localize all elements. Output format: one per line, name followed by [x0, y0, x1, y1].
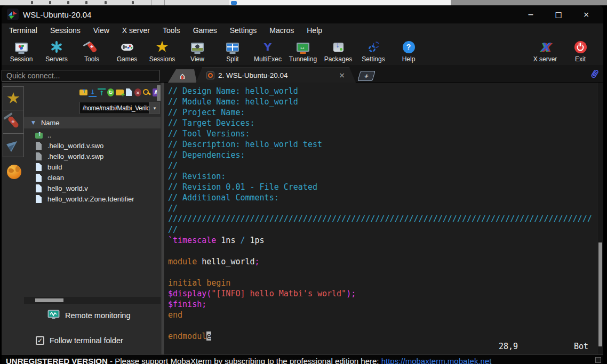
terminal-scrollbar[interactable]: [597, 83, 603, 354]
toolbar-label: X server: [533, 55, 557, 63]
download-icon[interactable]: [89, 88, 97, 97]
follow-terminal-folder[interactable]: ✓ Follow terminal folder: [36, 336, 123, 345]
file-row[interactable]: clean: [24, 172, 161, 183]
code-segment: // Dependencies:: [168, 150, 245, 160]
close-button[interactable]: ×: [572, 5, 600, 23]
tab-home[interactable]: ⌂: [168, 69, 197, 83]
scrollbar-thumb[interactable]: [598, 242, 602, 346]
remote-monitoring-button[interactable]: Remote monitoring: [47, 310, 131, 321]
code-segment: // Revision 0.01 - File Created: [168, 182, 317, 192]
window-title: WSL-Ubuntu-20.04: [23, 10, 91, 19]
menu-view[interactable]: View: [87, 26, 116, 35]
path-combo[interactable]: /home/matbi/Matbi_VerilogHDL_ ▾: [79, 102, 160, 114]
toolbar-help-button[interactable]: Help: [391, 37, 426, 65]
toolbar-tools-button[interactable]: Tools: [74, 37, 109, 65]
menu-x-server[interactable]: X server: [116, 26, 156, 35]
sidebar-tab-sessions[interactable]: [3, 86, 24, 110]
minimize-button[interactable]: −: [517, 5, 545, 23]
toolbar-games-button[interactable]: Games: [109, 37, 145, 65]
menu-sessions[interactable]: Sessions: [44, 26, 87, 35]
code-segment: initial begin: [168, 278, 230, 288]
paperclip-icon[interactable]: [589, 68, 599, 82]
quick-connect-input[interactable]: [2, 70, 159, 82]
file-icon: [35, 163, 43, 171]
sidebar-vertical-scrollbar[interactable]: [157, 85, 161, 101]
tab-session[interactable]: 2. WSL-Ubuntu-20.04 ×: [196, 68, 356, 83]
maximize-button[interactable]: □: [545, 5, 572, 23]
key-icon[interactable]: [143, 88, 151, 97]
new-folder-icon[interactable]: [116, 88, 124, 97]
terminal[interactable]: // Design Name: hello_world// Module Nam…: [165, 83, 603, 354]
packages-icon: [333, 43, 344, 52]
titlebar[interactable]: WSL-Ubuntu-20.04 − □ ×: [2, 5, 603, 23]
code-segment: /: [240, 236, 245, 245]
code-line: // Tool Versions:: [168, 128, 596, 139]
toolbar-servers-button[interactable]: Servers: [39, 37, 74, 65]
toolbar-left: SessionServersToolsGamesSessionsViewSpli…: [2, 37, 426, 65]
code-segment: `timescale: [168, 236, 216, 245]
delete-icon[interactable]: [134, 88, 142, 97]
follow-checkbox[interactable]: ✓: [36, 336, 44, 345]
file-row[interactable]: build: [24, 161, 161, 172]
mobaxterm-window: WSL-Ubuntu-20.04 − □ × TerminalSessionsV…: [2, 5, 603, 364]
column-name: Name: [41, 119, 60, 127]
new-tab-button[interactable]: +: [357, 71, 375, 81]
toolbar-tunneling-button[interactable]: Tunneling: [285, 37, 321, 65]
toolbar-multiexec-button[interactable]: MultiExec: [250, 37, 285, 65]
main-area: /home/matbi/Matbi_VerilogHDL_ ▾ ▼ Name .…: [2, 83, 603, 354]
scrollbar-thumb[interactable]: [35, 298, 63, 302]
code-segment: // Target Devices:: [168, 118, 255, 128]
folder-up-icon: [35, 131, 43, 139]
sidebar-tab-sftp[interactable]: [5, 163, 23, 181]
code-segment: // Revision:: [168, 172, 226, 181]
toolbar-x-server-button[interactable]: X server: [528, 37, 563, 65]
code-line: //: [168, 203, 596, 214]
toolbar-session-button[interactable]: Session: [4, 37, 39, 65]
file-row[interactable]: .hello_world.v.swo: [24, 140, 161, 151]
toolbar-exit-button[interactable]: Exit: [563, 37, 598, 65]
menu-macros[interactable]: Macros: [263, 26, 300, 35]
toolbar-sessions-button[interactable]: Sessions: [145, 37, 180, 65]
file-list-header[interactable]: ▼ Name: [24, 117, 161, 128]
toolbar-settings-button[interactable]: Settings: [356, 37, 391, 65]
session-icon: [15, 43, 28, 52]
menu-tools[interactable]: Tools: [156, 26, 187, 35]
path-dropdown-button[interactable]: ▾: [149, 102, 159, 114]
toolbar-packages-button[interactable]: Packages: [321, 37, 356, 65]
code-line: [168, 246, 596, 256]
view-icon: [191, 43, 204, 52]
toolbar-view-button[interactable]: View: [180, 37, 215, 65]
refresh-icon[interactable]: [107, 88, 115, 97]
screen: WSL-Ubuntu-20.04 − □ × TerminalSessionsV…: [0, 0, 607, 364]
mobatek-link[interactable]: https://mobaxterm.mobatek.net: [381, 357, 492, 364]
code-segment: ;: [255, 257, 260, 266]
settings-icon: [369, 45, 376, 52]
resize-grip[interactable]: [595, 357, 601, 363]
menu-terminal[interactable]: Terminal: [3, 26, 44, 35]
home-icon: ⌂: [180, 71, 185, 81]
help-icon: [403, 41, 415, 53]
globe-icon: [7, 165, 21, 179]
sidebar-tab-macros[interactable]: [3, 133, 24, 157]
menu-help[interactable]: Help: [300, 26, 329, 35]
folder-up-icon[interactable]: [79, 88, 87, 97]
unregistered-label: UNREGISTERED VERSION: [6, 357, 108, 364]
vim-ruler: 28,9: [499, 342, 518, 351]
file-row[interactable]: ..: [24, 130, 161, 140]
code-line: endmodule: [168, 331, 596, 341]
file-row[interactable]: hello_world.v:Zone.Identifier: [24, 193, 161, 204]
toolbar-split-button[interactable]: Split: [215, 37, 250, 65]
upload-icon[interactable]: [98, 88, 106, 97]
sidebar-horizontal-scrollbar[interactable]: [24, 297, 161, 304]
new-file-icon[interactable]: [125, 88, 133, 97]
menu-settings[interactable]: Settings: [223, 26, 263, 35]
sftp-toolbar: [79, 85, 159, 100]
file-row[interactable]: .hello_world.v.swp: [24, 151, 161, 161]
menu-games[interactable]: Games: [187, 26, 223, 35]
code-segment: // Project Name:: [168, 108, 245, 117]
code-line: [168, 267, 596, 278]
tab-close-icon[interactable]: ×: [339, 71, 345, 79]
background-app-strip: [0, 0, 607, 5]
sidebar-tab-tools[interactable]: [3, 110, 24, 134]
file-row[interactable]: hello_world.v: [24, 183, 161, 193]
